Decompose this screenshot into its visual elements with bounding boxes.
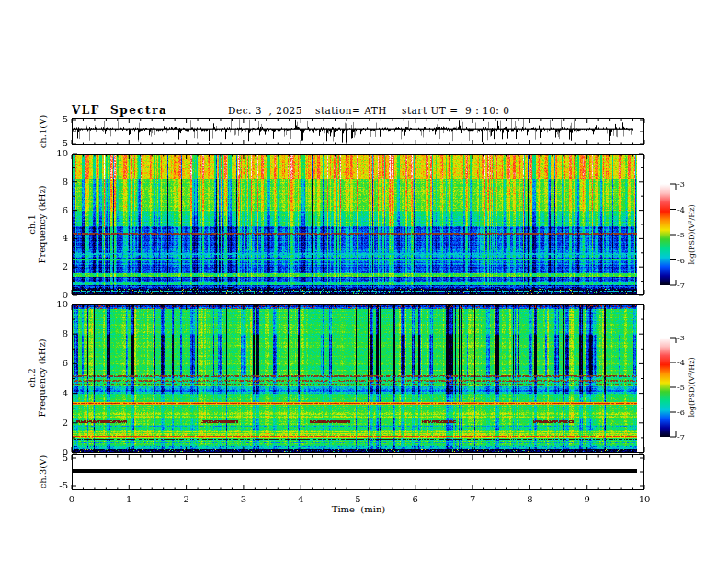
- ch1-waveform-canvas: [72, 118, 637, 145]
- x-tick-label: 2: [183, 495, 188, 504]
- colorbar-tick-label: -4: [677, 359, 685, 368]
- colorbar-tick-label: -4: [677, 206, 685, 215]
- colorbar-tick-label: -6: [677, 257, 685, 266]
- colorbar-tick-label: -3: [677, 180, 685, 190]
- volt-tick-label: 5: [63, 115, 68, 124]
- volt-tick-label: 5: [63, 454, 68, 463]
- ch1-spectrogram-canvas: [72, 154, 637, 295]
- ch1-frequency-axis-label: ch.1Frequency (kHz): [27, 185, 47, 263]
- x-tick-label: 7: [470, 495, 475, 504]
- ch2-label-line2: Frequency (kHz): [37, 339, 47, 417]
- page-title: VLF Spectra: [72, 104, 167, 117]
- x-tick-label: 8: [527, 495, 532, 504]
- x-axis-label: Time (min): [332, 504, 386, 514]
- ch3-voltage-axis-label: ch.3(V): [38, 455, 48, 489]
- ch1-voltage-axis-label: ch.1(V): [38, 115, 48, 149]
- freq-tick-label: 10: [56, 149, 68, 158]
- colorbar-ch2-label: log(PSD)(V²/Hz): [687, 357, 697, 417]
- colorbar-tick-label: -6: [677, 408, 685, 418]
- x-tick-label: 9: [585, 495, 590, 504]
- ch3-flat-trace: [72, 469, 637, 473]
- colorbar-tick-label: -7: [677, 282, 685, 291]
- ch1-label-line1: ch.1: [27, 214, 37, 235]
- ch1-label-line2: Frequency (kHz): [37, 185, 47, 263]
- freq-tick-label: 6: [63, 206, 68, 215]
- ch2-frequency-axis-label: ch.2Frequency (kHz): [27, 339, 47, 417]
- freq-tick-label: 4: [63, 234, 68, 243]
- colorbar-ch1-label: log(PSD)(V²/Hz): [687, 204, 697, 264]
- colorbar-tick-label: -5: [677, 384, 685, 393]
- volt-tick-label: -5: [59, 139, 68, 148]
- x-tick-label: 10: [639, 495, 651, 504]
- colorbar-tick-label: -3: [677, 334, 685, 343]
- x-tick-label: 0: [69, 495, 74, 504]
- freq-tick-label: 8: [63, 178, 68, 187]
- ch2-label-line1: ch.2: [27, 368, 37, 388]
- title-start-ut: start UT = 9 : 10: 0: [402, 105, 509, 116]
- x-tick-label: 4: [298, 495, 303, 504]
- x-tick-label: 5: [355, 495, 360, 504]
- freq-tick-label: 10: [56, 300, 68, 309]
- volt-tick-label: -5: [59, 481, 68, 490]
- x-tick-label: 3: [241, 495, 246, 504]
- x-tick-label: 1: [126, 495, 131, 504]
- title-date: Dec. 3 , 2025: [228, 105, 302, 116]
- freq-tick-label: 8: [63, 329, 68, 339]
- freq-tick-label: 2: [63, 262, 68, 271]
- freq-tick-label: 6: [63, 359, 68, 368]
- colorbar-ch1: [660, 184, 670, 285]
- ch2-spectrogram-canvas: [72, 304, 637, 453]
- colorbar-tick-label: -5: [677, 231, 685, 240]
- freq-tick-label: 2: [63, 419, 68, 428]
- title-station: station= ATH: [315, 105, 387, 116]
- vlf-spectra-figure: VLF Spectra Dec. 3 , 2025 station= ATH s…: [0, 0, 728, 563]
- colorbar-ch2: [660, 338, 670, 437]
- freq-tick-label: 4: [63, 389, 68, 398]
- colorbar-tick-label: -7: [677, 433, 685, 442]
- x-tick-label: 6: [413, 495, 418, 504]
